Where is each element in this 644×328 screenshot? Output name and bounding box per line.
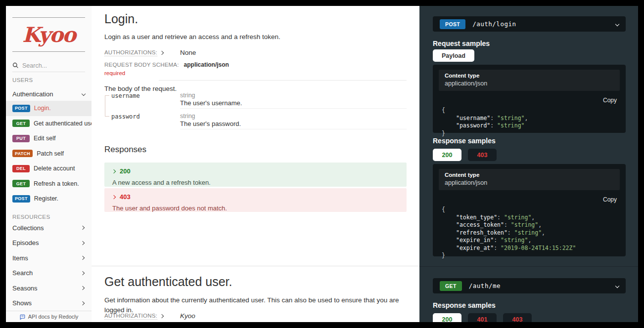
tab-response-401[interactable]: 401 xyxy=(468,313,497,322)
sidebar-item-login[interactable]: POST Login. xyxy=(6,101,92,116)
sidebar-item-collections[interactable]: Collections xyxy=(6,220,92,236)
tab-response-403[interactable]: 403 xyxy=(503,313,532,322)
sidebar-item-delete-account[interactable]: DEL Delete account xyxy=(6,161,92,176)
tab-response-200[interactable]: 200 xyxy=(433,149,461,161)
response-403-panel[interactable]: 403 The user and password does not match… xyxy=(104,188,407,212)
divider xyxy=(159,80,407,81)
endpoint-bar-login[interactable]: POST /auth/login xyxy=(433,16,626,32)
content-type-selector[interactable]: Content type application/json xyxy=(439,169,620,190)
divider xyxy=(180,129,407,129)
redocly-logo-icon xyxy=(19,314,26,320)
method-badge-get: GET xyxy=(12,180,30,187)
http-method-badge-get: GET xyxy=(440,281,462,291)
endpoint-bar-me[interactable]: GET /auth/me xyxy=(433,278,626,293)
response-code: 403 xyxy=(120,193,131,201)
field-name-password[interactable]: password xyxy=(111,113,140,120)
field-name-username[interactable]: username xyxy=(111,92,140,99)
response-code: 200 xyxy=(120,167,131,175)
copy-button[interactable]: Copy xyxy=(603,196,617,203)
method-badge-get: GET xyxy=(12,120,30,127)
authorizations-row[interactable]: AUTHORIZATIONS: xyxy=(104,49,163,56)
sidebar-item-get-authenticated-user[interactable]: GET Get authenticated user. xyxy=(6,116,92,131)
method-badge-patch: PATCH xyxy=(12,150,33,157)
sidebar-item-shows[interactable]: Shows xyxy=(6,296,92,311)
sidebar-group-authentication[interactable]: Authentication xyxy=(6,87,92,101)
method-badge-del: DEL xyxy=(12,165,30,172)
search-input[interactable] xyxy=(22,62,77,69)
sidebar-item-edit-self[interactable]: PUT Edit self xyxy=(6,131,92,146)
chevron-down-icon xyxy=(615,284,619,287)
response-sample-tabs: 200 403 xyxy=(433,149,497,161)
sidebar-item-refresh-token[interactable]: GET Refresh a token. xyxy=(6,176,92,192)
endpoint-path: /auth/me xyxy=(469,282,616,289)
authorizations-row[interactable]: AUTHORIZATIONS: xyxy=(104,313,163,320)
kyoo-logo: Kyoo xyxy=(12,17,85,52)
field-type: string xyxy=(180,92,195,99)
chevron-down-icon xyxy=(615,22,619,26)
chevron-right-icon xyxy=(81,301,85,305)
content-type-selector[interactable]: Content type application/json xyxy=(439,70,620,91)
search-icon xyxy=(12,62,19,69)
sidebar-item-patch-self[interactable]: PATCH Patch self xyxy=(6,146,92,162)
search-box[interactable] xyxy=(12,59,85,72)
chevron-right-icon xyxy=(81,226,85,230)
chevron-right-icon xyxy=(160,314,164,318)
sidebar-item-episodes[interactable]: Episodes xyxy=(6,236,92,251)
tab-response-403[interactable]: 403 xyxy=(468,149,497,161)
response-description: The user and password does not match. xyxy=(112,205,399,212)
resources-section-label: RESOURCES xyxy=(12,214,50,220)
users-section-label: USERS xyxy=(12,77,33,83)
response-samples-title: Response samples xyxy=(433,137,496,145)
chevron-right-icon xyxy=(160,51,164,55)
request-sample-code: { "username": "string", "password": "str… xyxy=(442,107,620,137)
responses-title: Responses xyxy=(104,145,146,155)
sidebar-item-register[interactable]: POST Register. xyxy=(6,191,92,206)
tab-payload[interactable]: Payload xyxy=(433,49,474,62)
authorizations-value: None xyxy=(180,49,196,56)
chevron-right-icon xyxy=(81,286,85,290)
samples-panel: POST /auth/login Request samples Payload… xyxy=(419,6,638,322)
tab-response-200[interactable]: 200 xyxy=(433,313,461,322)
http-method-badge-post: POST xyxy=(440,19,465,29)
response-200-panel[interactable]: 200 A new access and a refresh token. xyxy=(104,163,407,187)
required-flag: required xyxy=(104,70,125,76)
page-title: Login. xyxy=(104,12,138,26)
request-samples-title: Request samples xyxy=(433,40,490,47)
divider xyxy=(180,108,407,109)
method-badge-post: POST xyxy=(12,105,30,112)
section-login: Login. Login as a user and retrieve an a… xyxy=(92,6,419,266)
request-body-content-type[interactable]: application/json xyxy=(184,61,229,68)
response-sample-panel: Content type application/json Copy { "to… xyxy=(433,164,626,256)
samples-login: POST /auth/login Request samples Payload… xyxy=(419,6,638,266)
field-description: The user's password. xyxy=(180,120,241,127)
doc-content: Login. Login as a user and retrieve an a… xyxy=(92,6,419,322)
chevron-right-icon xyxy=(81,256,85,260)
sidebar-item-seasons[interactable]: Seasons xyxy=(6,281,92,296)
method-badge-put: PUT xyxy=(12,135,30,142)
request-sample-panel: Content type application/json Copy { "us… xyxy=(433,65,626,133)
request-sample-tabs: Payload xyxy=(433,49,474,62)
schema-tree-tick xyxy=(105,95,109,96)
operation-description: Get information about the currently auth… xyxy=(104,295,414,315)
chevron-right-icon xyxy=(112,195,116,199)
authorizations-value[interactable]: Kyoo xyxy=(180,312,195,320)
copy-button[interactable]: Copy xyxy=(603,97,617,104)
method-badge-post: POST xyxy=(12,195,30,203)
field-type: string xyxy=(180,113,195,120)
response-sample-tabs: 200 401 403 xyxy=(433,313,532,322)
samples-me: GET /auth/me Response samples 200 401 40… xyxy=(419,266,638,322)
chevron-right-icon xyxy=(81,271,85,275)
resource-list: Collections Episodes Items Search Season… xyxy=(6,220,92,311)
api-docs-app: Kyoo USERS Authentication POST Login. GE… xyxy=(6,6,638,322)
field-description: The user's username. xyxy=(180,99,242,107)
chevron-down-icon xyxy=(82,92,86,96)
chevron-right-icon xyxy=(81,241,85,245)
sidebar-item-search[interactable]: Search xyxy=(6,266,92,281)
operation-description: Login as a user and retrieve an access a… xyxy=(104,32,280,42)
chevron-right-icon xyxy=(112,169,116,173)
sidebar: Kyoo USERS Authentication POST Login. GE… xyxy=(6,6,92,322)
sidebar-item-items[interactable]: Items xyxy=(6,250,92,266)
response-description: A new access and a refresh token. xyxy=(112,179,399,186)
response-samples-title: Response samples xyxy=(433,301,496,309)
redocly-attribution[interactable]: API docs by Redocly xyxy=(6,311,92,322)
